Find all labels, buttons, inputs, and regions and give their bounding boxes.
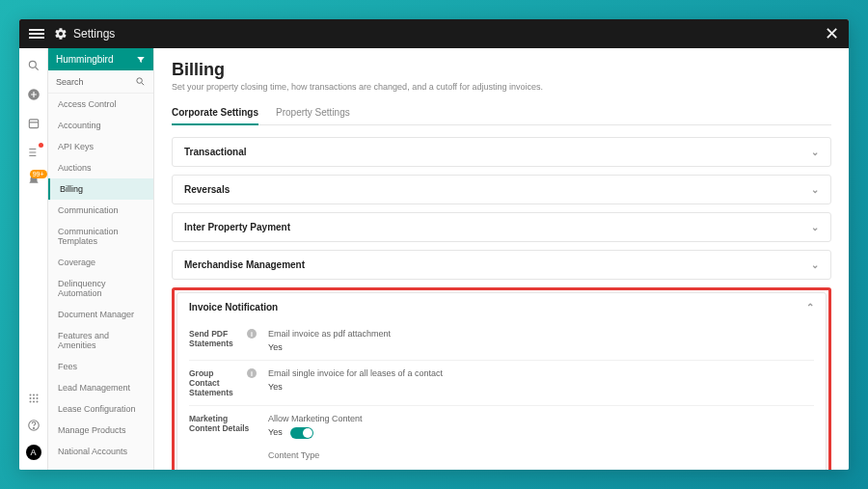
sidebar-item[interactable]: Lease Configuration [48,398,153,420]
sidebar-item[interactable]: Fees [48,356,153,377]
svg-point-12 [33,401,35,403]
sidebar: Hummingbird Search Access ControlAccount… [48,48,154,470]
search-placeholder: Search [56,77,84,87]
notification-badge: 99+ [30,170,47,178]
sidebar-nav: Access ControlAccountingAPI KeysAuctions… [48,94,153,470]
svg-point-8 [29,397,31,399]
sidebar-item[interactable]: Features and Amenities [48,325,153,356]
svg-line-1 [35,68,38,70]
invoice-notification-header[interactable]: Invoice Notification ⌃ [177,293,826,321]
chevron-up-icon: ⌃ [806,302,814,312]
sidebar-item[interactable]: Access Control [48,94,153,115]
page-subtitle: Set your property closing time, how tran… [172,82,831,92]
titlebar: Settings ✕ [19,19,849,48]
sidebar-item[interactable]: Payment Configuration [48,462,153,470]
rail-notifications-icon[interactable]: 99+ [26,174,41,189]
content-type-select[interactable]: ▾ [268,463,403,470]
rail-tasks-icon[interactable] [26,145,41,160]
sidebar-item[interactable]: Manage Products [48,420,153,441]
tab[interactable]: Property Settings [276,101,350,124]
gear-icon[interactable] [54,27,68,41]
chevron-down-icon: ⌄ [811,259,819,270]
sidebar-item[interactable]: Lead Management [48,377,153,398]
svg-point-13 [36,401,38,403]
chevron-down-icon: ⌄ [811,184,819,195]
sidebar-item[interactable]: Delinquency Automation [48,273,153,304]
chevron-down-icon: ⌄ [811,147,819,157]
sidebar-item[interactable]: Communication Templates [48,221,153,252]
icon-rail: 99+ A [19,48,48,470]
rail-search-icon[interactable] [26,58,41,73]
setting-send-pdf: Send PDF Statements i Email invoice as p… [189,321,814,360]
app-window: Settings ✕ 99+ A Hummingbird Search [19,19,849,470]
section-reversals[interactable]: Reversals⌄ [172,175,831,204]
svg-point-9 [33,397,35,399]
rail-help-icon[interactable] [26,418,41,433]
page-title: Billing [172,60,831,80]
dropdown-icon: ▾ [398,467,403,470]
section-merchandise[interactable]: Merchandise Management⌄ [172,250,831,280]
svg-point-5 [29,394,31,396]
svg-point-15 [33,427,34,428]
svg-point-10 [36,397,38,399]
svg-point-11 [29,401,31,403]
menu-icon[interactable] [29,29,44,39]
section-transactional[interactable]: Transactional⌄ [172,137,831,167]
rail-avatar[interactable]: A [26,445,41,460]
section-invoice-notification: Invoice Notification ⌃ Send PDF Statemen… [176,292,827,470]
info-icon[interactable]: i [247,329,257,339]
tabs: Corporate SettingsProperty Settings [172,101,831,125]
sidebar-item[interactable]: Coverage [48,252,153,273]
main-content: Billing Set your property closing time, … [154,48,849,470]
sidebar-brand[interactable]: Hummingbird [48,48,153,70]
sidebar-item[interactable]: Document Manager [48,304,153,325]
svg-rect-3 [29,120,38,128]
close-icon[interactable]: ✕ [825,23,839,44]
app-body: 99+ A Hummingbird Search Access ControlA… [19,48,849,470]
highlight-box: Invoice Notification ⌃ Send PDF Statemen… [172,287,831,470]
sidebar-search[interactable]: Search [48,70,153,94]
allow-marketing-toggle[interactable] [290,427,313,439]
svg-point-0 [29,61,36,68]
sidebar-item[interactable]: Communication [48,200,153,221]
rail-add-icon[interactable] [26,87,41,102]
sidebar-item[interactable]: Accounting [48,115,153,136]
sidebar-item[interactable]: API Keys [48,136,153,157]
search-icon [135,76,146,87]
section-inter-property[interactable]: Inter Property Payment⌄ [172,212,831,242]
svg-point-7 [36,394,38,396]
rail-calendar-icon[interactable] [26,116,41,131]
rail-apps-icon[interactable] [26,391,41,406]
sidebar-item[interactable]: Auctions [48,157,153,178]
invoice-notification-content: Send PDF Statements i Email invoice as p… [177,321,826,470]
tab[interactable]: Corporate Settings [172,101,258,125]
titlebar-label: Settings [73,27,115,41]
svg-line-17 [142,83,144,85]
svg-point-6 [33,394,35,396]
filter-icon[interactable] [136,55,146,65]
info-icon[interactable]: i [247,368,257,378]
sidebar-item[interactable]: Billing [48,178,153,200]
brand-label: Hummingbird [56,54,113,65]
svg-point-16 [137,78,143,84]
setting-group-contact: Group Contact Statements i Email single … [189,360,814,405]
setting-marketing-content: Marketing Content Details Allow Marketin… [189,405,814,470]
sidebar-item[interactable]: National Accounts [48,441,153,462]
chevron-down-icon: ⌄ [811,222,819,232]
